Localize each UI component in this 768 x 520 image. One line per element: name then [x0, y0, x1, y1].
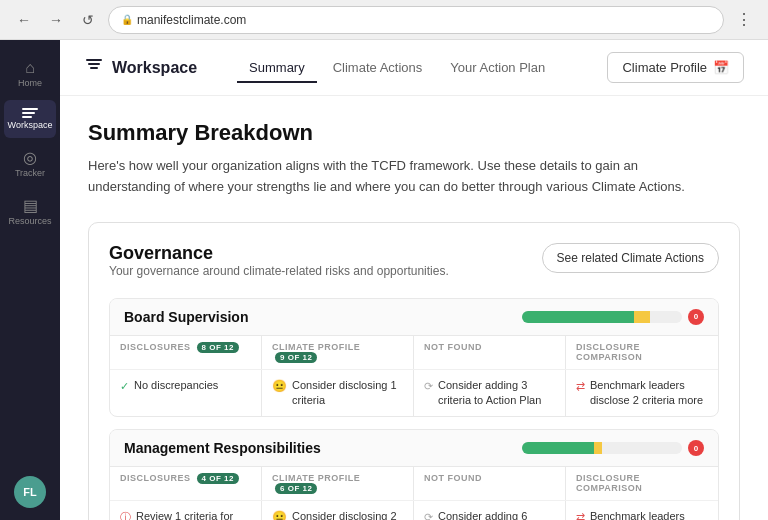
board-supervision-badge: 0	[688, 309, 704, 325]
sidebar-label-resources: Resources	[8, 216, 51, 226]
management-data-row: ⓘ Review 1 criteria for inconsistencies …	[110, 500, 718, 520]
sidebar-label-home: Home	[18, 78, 42, 88]
col-header-not-found-2: NOT FOUND	[414, 467, 566, 500]
management-yellow-bar	[594, 442, 602, 454]
board-cell-not-found: ⟳ Consider adding 3 criteria to Action P…	[414, 370, 566, 417]
home-icon: ⌂	[25, 60, 35, 76]
warn-icon-1: 😐	[272, 378, 287, 395]
management-header: Management Responsibilities 0	[110, 430, 718, 466]
tab-climate-actions[interactable]: Climate Actions	[321, 54, 435, 83]
page-body: Summary Breakdown Here's how well your o…	[60, 96, 768, 520]
col-header-climate-1: CLIMATE PROFILE 9 OF 12	[262, 336, 414, 369]
calendar-icon: 📅	[713, 60, 729, 75]
brand: Workspace	[84, 55, 197, 80]
section-header-governance: Governance Your governance around climat…	[109, 243, 719, 292]
board-supervision-bar	[522, 311, 682, 323]
board-supervision-yellow-bar	[634, 311, 650, 323]
main-content: Workspace Summary Climate Actions Your A…	[60, 40, 768, 520]
management-cell-not-found: ⟳ Consider adding 6 criteria to Action P…	[414, 501, 566, 520]
sidebar-label-workspace: Workspace	[8, 120, 53, 130]
management-cell-comparison: ⇄ Benchmark leaders disclose 3 criteria …	[566, 501, 718, 520]
management-cell-climate: 😐 Consider disclosing 2 criteria	[262, 501, 414, 520]
sidebar-label-tracker: Tracker	[15, 168, 45, 178]
lock-icon: 🔒	[121, 14, 133, 25]
address-bar[interactable]: 🔒 manifestclimate.com	[108, 6, 724, 34]
board-supervision-col-headers: DISCLOSURES 8 OF 12 CLIMATE PROFILE 9 OF…	[110, 335, 718, 369]
board-supervision-green-bar	[522, 311, 634, 323]
search-icon-2: ⟳	[424, 510, 433, 520]
disclosures-badge-1: 8 OF 12	[197, 342, 239, 353]
board-not-found-text: Consider adding 3 criteria to Action Pla…	[438, 378, 555, 409]
info-icon: ⓘ	[120, 510, 131, 520]
col-header-not-found-1: NOT FOUND	[414, 336, 566, 369]
board-supervision-card: Board Supervision 0 DISCLOSURES 8 OF 12	[109, 298, 719, 418]
governance-section: Governance Your governance around climat…	[88, 222, 740, 520]
board-cell-comparison: ⇄ Benchmark leaders disclose 2 criteria …	[566, 370, 718, 417]
col-header-disclosures-1: DISCLOSURES 8 OF 12	[110, 336, 262, 369]
board-climate-text: Consider disclosing 1 criteria	[292, 378, 403, 409]
sidebar-item-workspace[interactable]: Workspace	[4, 100, 56, 138]
resources-icon: ▤	[23, 198, 38, 214]
climate-badge-1: 9 OF 12	[275, 352, 317, 363]
tab-action-plan[interactable]: Your Action Plan	[438, 54, 557, 83]
back-button[interactable]: ←	[12, 8, 36, 32]
sidebar-item-resources[interactable]: ▤ Resources	[4, 190, 56, 234]
avatar-initials: FL	[23, 486, 36, 498]
management-col-headers: DISCLOSURES 4 OF 12 CLIMATE PROFILE 6 OF…	[110, 466, 718, 500]
col-header-comparison-1: DISCLOSURE COMPARISON	[566, 336, 718, 369]
management-disclosures-text: Review 1 criteria for inconsistencies	[136, 509, 251, 520]
url-text: manifestclimate.com	[137, 13, 246, 27]
app-container: ⌂ Home Workspace ◎ Tracker ▤ Resources F…	[0, 40, 768, 520]
workspace-icon	[22, 108, 38, 118]
climate-profile-label: Climate Profile	[622, 60, 707, 75]
board-comparison-text: Benchmark leaders disclose 2 criteria mo…	[590, 378, 708, 409]
governance-desc: Your governance around climate-related r…	[109, 264, 449, 278]
management-progress: 0	[522, 440, 704, 456]
management-card: Management Responsibilities 0 DISCLOSURE…	[109, 429, 719, 520]
brand-name: Workspace	[112, 59, 197, 77]
management-not-found-text: Consider adding 6 criteria to Action Pla…	[438, 509, 555, 520]
management-cell-disclosures: ⓘ Review 1 criteria for inconsistencies	[110, 501, 262, 520]
search-icon-1: ⟳	[424, 379, 433, 394]
management-bar	[522, 442, 682, 454]
svg-rect-2	[90, 67, 98, 69]
compare-icon-2: ⇄	[576, 510, 585, 520]
tab-summary[interactable]: Summary	[237, 54, 317, 83]
check-icon: ✓	[120, 379, 129, 394]
col-header-comparison-2: DISCLOSURE COMPARISON	[566, 467, 718, 500]
board-supervision-header: Board Supervision 0	[110, 299, 718, 335]
top-nav: Workspace Summary Climate Actions Your A…	[60, 40, 768, 96]
sidebar: ⌂ Home Workspace ◎ Tracker ▤ Resources F…	[0, 40, 60, 520]
management-title: Management Responsibilities	[124, 440, 522, 456]
tracker-icon: ◎	[23, 150, 37, 166]
svg-rect-1	[88, 63, 100, 65]
management-badge: 0	[688, 440, 704, 456]
board-supervision-data-row: ✓ No discrepancies 😐 Consider disclosing…	[110, 369, 718, 417]
climate-badge-2: 6 OF 12	[275, 483, 317, 494]
reload-button[interactable]: ↺	[76, 8, 100, 32]
board-supervision-progress: 0	[522, 309, 704, 325]
warn-icon-2: 😐	[272, 509, 287, 520]
page-title: Summary Breakdown	[88, 120, 740, 146]
board-cell-climate: 😐 Consider disclosing 1 criteria	[262, 370, 414, 417]
climate-profile-button[interactable]: Climate Profile 📅	[607, 52, 744, 83]
nav-tabs: Summary Climate Actions Your Action Plan	[237, 54, 583, 82]
management-green-bar	[522, 442, 594, 454]
board-disclosures-text: No discrepancies	[134, 378, 218, 393]
forward-button[interactable]: →	[44, 8, 68, 32]
col-header-climate-2: CLIMATE PROFILE 6 OF 12	[262, 467, 414, 500]
sidebar-item-home[interactable]: ⌂ Home	[4, 52, 56, 96]
board-cell-disclosures: ✓ No discrepancies	[110, 370, 262, 417]
sidebar-item-tracker[interactable]: ◎ Tracker	[4, 142, 56, 186]
brand-icon	[84, 55, 104, 80]
col-header-disclosures-2: DISCLOSURES 4 OF 12	[110, 467, 262, 500]
governance-title: Governance	[109, 243, 449, 264]
browser-menu-button[interactable]: ⋮	[732, 8, 756, 32]
avatar[interactable]: FL	[14, 476, 46, 508]
see-actions-button[interactable]: See related Climate Actions	[542, 243, 719, 273]
disclosures-badge-2: 4 OF 12	[197, 473, 239, 484]
board-supervision-title: Board Supervision	[124, 309, 522, 325]
page-subtitle: Here's how well your organization aligns…	[88, 156, 708, 198]
compare-icon-1: ⇄	[576, 379, 585, 394]
management-comparison-text: Benchmark leaders disclose 3 criteria mo…	[590, 509, 708, 520]
